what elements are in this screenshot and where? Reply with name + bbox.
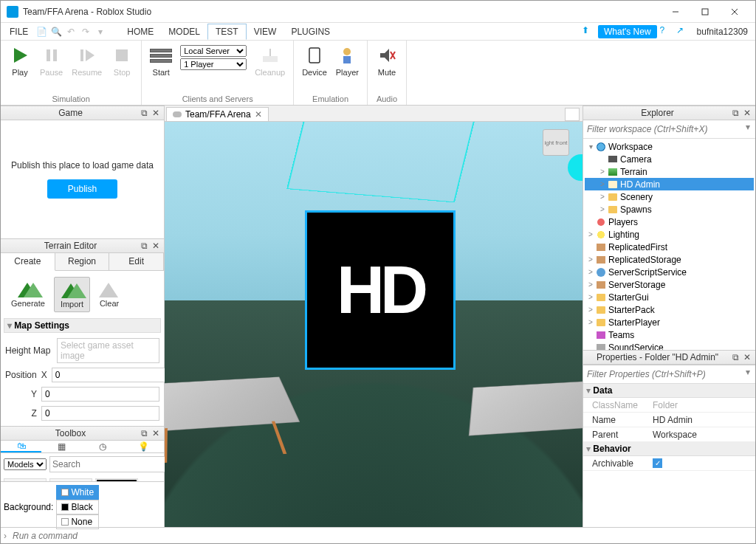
play-button[interactable]: Play xyxy=(5,42,35,79)
clients-group-label: Clients and Servers xyxy=(146,94,289,104)
explorer-filter-input[interactable] xyxy=(585,122,742,137)
minimize-button[interactable] xyxy=(661,1,690,23)
ribbon-tab-home[interactable]: HOME xyxy=(120,24,161,39)
3d-viewport[interactable]: HD ight front xyxy=(165,122,583,527)
toolbox-item[interactable] xyxy=(4,478,47,481)
qa-undo-icon[interactable]: ↶ xyxy=(64,25,78,38)
whats-new-button[interactable]: What's New xyxy=(598,25,657,38)
position-y-input[interactable] xyxy=(41,387,159,402)
bg-option-white[interactable]: White xyxy=(56,485,99,500)
position-z-input[interactable] xyxy=(41,406,159,421)
panel-close-icon[interactable]: ✕ xyxy=(742,352,752,362)
file-menu[interactable]: FILE xyxy=(4,25,34,38)
qa-save-icon[interactable]: 📄 xyxy=(35,25,48,38)
toolbox-tab-creations[interactable]: 💡 xyxy=(123,441,164,452)
orientation-cube[interactable]: ight front xyxy=(543,129,569,156)
players-select[interactable]: 1 Player xyxy=(180,58,247,70)
maximize-button[interactable] xyxy=(690,1,720,23)
qa-redo-icon[interactable]: ↷ xyxy=(79,25,92,38)
panel-close-icon[interactable]: ✕ xyxy=(151,108,161,118)
panel-undock-icon[interactable]: ⧉ xyxy=(139,108,149,118)
background-label: Background: xyxy=(4,502,53,512)
panel-undock-icon[interactable]: ⧉ xyxy=(730,352,740,362)
terrain-tab-create[interactable]: Create xyxy=(1,253,55,271)
ribbon-tab-view[interactable]: VIEW xyxy=(247,24,284,39)
close-button[interactable] xyxy=(720,1,749,23)
stop-button: Stop xyxy=(107,42,137,79)
prop-row-name[interactable]: NameHD Admin xyxy=(583,413,755,427)
device-button[interactable]: Device xyxy=(298,42,331,79)
heightmap-input[interactable]: Select game asset image xyxy=(57,338,159,363)
tree-node-spawns[interactable]: >Spawns xyxy=(585,203,754,216)
toolbox-tab-marketplace[interactable]: 🛍 xyxy=(1,441,41,452)
toolbox-panel-title: Toolbox ⧉ ✕ xyxy=(1,426,164,441)
ribbon-tab-model[interactable]: MODEL xyxy=(161,24,207,39)
prop-row-parent[interactable]: ParentWorkspace xyxy=(583,427,755,442)
publish-button[interactable]: Publish xyxy=(47,179,117,199)
grid-icon: ▦ xyxy=(58,441,66,452)
explorer-tree[interactable]: ▾WorkspaceCamera>Terrain>HD Admin>Scener… xyxy=(583,139,755,350)
tree-node-scenery[interactable]: >Scenery xyxy=(585,190,754,203)
map-settings-header[interactable]: Map Settings xyxy=(4,318,161,333)
filter-dropdown-icon[interactable]: ▾ xyxy=(742,367,754,382)
tree-node-players[interactable]: Players xyxy=(585,216,754,228)
tree-node-replicatedstorage[interactable]: >ReplicatedStorage xyxy=(585,253,754,266)
tree-node-soundservice[interactable]: SoundService xyxy=(585,341,754,350)
panel-close-icon[interactable]: ✕ xyxy=(742,108,752,118)
clock-icon: ◷ xyxy=(99,441,106,452)
terrain-tab-edit[interactable]: Edit xyxy=(109,253,164,270)
tree-node-starterpack[interactable]: >StarterPack xyxy=(585,303,754,316)
tree-node-teams[interactable]: Teams xyxy=(585,328,754,341)
bg-option-black[interactable]: Black xyxy=(56,500,99,514)
audio-group-label: Audio xyxy=(372,94,402,104)
terrain-clear-button[interactable]: Clear xyxy=(93,277,126,312)
command-input[interactable] xyxy=(13,531,752,541)
panel-undock-icon[interactable]: ⧉ xyxy=(139,241,149,251)
username-label[interactable]: bufnita12309 xyxy=(693,27,752,37)
tree-node-serverstorage[interactable]: >ServerStorage xyxy=(585,278,754,291)
tree-node-starterplayer[interactable]: >StarterPlayer xyxy=(585,316,754,328)
share-icon[interactable]: ↗ xyxy=(676,25,690,38)
tree-node-startergui[interactable]: >StarterGui xyxy=(585,291,754,303)
tree-node-serverscriptservice[interactable]: >ServerScriptService xyxy=(585,266,754,278)
upgrade-icon[interactable]: ⬆ xyxy=(582,25,595,38)
help-icon[interactable]: ? xyxy=(660,25,673,38)
ribbon-tab-test[interactable]: TEST xyxy=(207,24,247,40)
viewport-layout-toggle[interactable] xyxy=(565,108,580,121)
prop-group-data[interactable]: Data xyxy=(583,384,755,398)
player-button[interactable]: Player xyxy=(332,42,362,79)
server-mode-select[interactable]: Local Server xyxy=(180,45,247,57)
tree-node-camera[interactable]: Camera xyxy=(585,153,754,165)
filter-dropdown-icon[interactable]: ▾ xyxy=(742,122,754,137)
publish-message: Publish this place to load game data xyxy=(11,160,154,171)
panel-close-icon[interactable]: ✕ xyxy=(151,241,161,251)
prop-row-archivable[interactable]: Archivable✓ xyxy=(583,456,755,471)
start-button[interactable]: Start xyxy=(146,42,176,79)
toolbox-search-input[interactable] xyxy=(49,456,166,472)
toolbox-tab-recent[interactable]: ◷ xyxy=(83,441,123,452)
toolbox-item[interactable] xyxy=(49,478,92,481)
panel-close-icon[interactable]: ✕ xyxy=(151,428,161,438)
panel-undock-icon[interactable]: ⧉ xyxy=(730,108,740,118)
toolbox-category-select[interactable]: Models xyxy=(4,458,47,470)
tree-node-hd-admin[interactable]: >HD Admin xyxy=(585,178,754,190)
panel-undock-icon[interactable]: ⧉ xyxy=(139,428,149,438)
qa-dropdown-icon[interactable]: ▾ xyxy=(94,25,107,38)
toolbox-tab-inventory[interactable]: ▦ xyxy=(41,441,82,452)
toolbox-item[interactable]: HD xyxy=(95,478,138,481)
ribbon-tab-plugins[interactable]: PLUGINS xyxy=(284,24,337,39)
mute-button[interactable]: Mute xyxy=(372,42,402,79)
terrain-generate-button[interactable]: Generate xyxy=(5,277,51,312)
position-x-input[interactable] xyxy=(52,368,170,382)
viewport-tab[interactable]: Team/FFA Arena ✕ xyxy=(166,107,269,121)
tree-node-terrain[interactable]: >Terrain xyxy=(585,165,754,178)
terrain-tab-region[interactable]: Region xyxy=(55,253,110,270)
prop-group-behavior[interactable]: Behavior xyxy=(583,442,755,456)
hd-billboard[interactable]: HD xyxy=(305,210,456,370)
tree-node-workspace[interactable]: ▾Workspace xyxy=(585,140,754,153)
properties-filter-input[interactable] xyxy=(585,367,742,382)
close-tab-icon[interactable]: ✕ xyxy=(255,109,262,120)
tree-node-replicatedfirst[interactable]: ReplicatedFirst xyxy=(585,241,754,253)
terrain-import-button[interactable]: Import xyxy=(54,277,90,312)
tree-node-lighting[interactable]: >Lighting xyxy=(585,228,754,241)
